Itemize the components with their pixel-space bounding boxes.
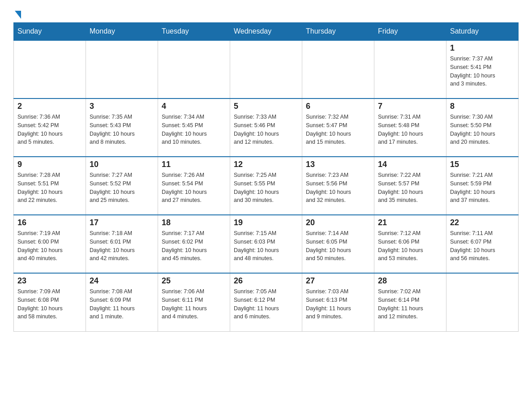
day-of-week-header: Tuesday (158, 23, 230, 41)
day-info: Sunrise: 7:35 AM Sunset: 5:43 PM Dayligh… (90, 113, 154, 146)
day-info: Sunrise: 7:33 AM Sunset: 5:46 PM Dayligh… (234, 113, 298, 146)
day-number: 16 (17, 218, 82, 227)
calendar-cell: 6Sunrise: 7:32 AM Sunset: 5:47 PM Daylig… (302, 98, 374, 157)
calendar-header-row: SundayMondayTuesdayWednesdayThursdayFrid… (14, 23, 519, 41)
calendar-cell: 10Sunrise: 7:27 AM Sunset: 5:52 PM Dayli… (86, 157, 158, 215)
calendar-cell: 19Sunrise: 7:15 AM Sunset: 6:03 PM Dayli… (230, 215, 302, 273)
calendar-cell: 24Sunrise: 7:08 AM Sunset: 6:09 PM Dayli… (86, 273, 158, 331)
calendar-cell: 7Sunrise: 7:31 AM Sunset: 5:48 PM Daylig… (374, 98, 446, 157)
day-info: Sunrise: 7:11 AM Sunset: 6:07 PM Dayligh… (450, 229, 515, 263)
day-info: Sunrise: 7:31 AM Sunset: 5:48 PM Dayligh… (378, 113, 442, 146)
day-number: 12 (234, 160, 298, 169)
day-of-week-header: Friday (374, 23, 446, 41)
calendar-cell (14, 40, 86, 98)
day-info: Sunrise: 7:32 AM Sunset: 5:47 PM Dayligh… (306, 113, 370, 146)
day-info: Sunrise: 7:03 AM Sunset: 6:13 PM Dayligh… (306, 287, 370, 321)
day-info: Sunrise: 7:19 AM Sunset: 6:00 PM Dayligh… (17, 229, 82, 263)
calendar-table: SundayMondayTuesdayWednesdayThursdayFrid… (13, 22, 519, 332)
day-number: 17 (90, 218, 154, 227)
calendar-cell (158, 40, 230, 98)
calendar-cell (302, 40, 374, 98)
calendar-cell: 27Sunrise: 7:03 AM Sunset: 6:13 PM Dayli… (302, 273, 374, 331)
day-number: 25 (162, 276, 226, 286)
calendar-cell: 16Sunrise: 7:19 AM Sunset: 6:00 PM Dayli… (14, 215, 86, 273)
logo (13, 9, 21, 18)
day-info: Sunrise: 7:26 AM Sunset: 5:54 PM Dayligh… (162, 171, 226, 205)
day-number: 21 (378, 218, 442, 227)
calendar-cell (86, 40, 158, 98)
day-info: Sunrise: 7:15 AM Sunset: 6:03 PM Dayligh… (234, 229, 298, 263)
day-info: Sunrise: 7:18 AM Sunset: 6:01 PM Dayligh… (90, 229, 154, 263)
day-of-week-header: Wednesday (230, 23, 302, 41)
calendar-cell: 28Sunrise: 7:02 AM Sunset: 6:14 PM Dayli… (374, 273, 446, 331)
day-number: 15 (450, 160, 515, 169)
calendar-cell (374, 40, 446, 98)
calendar-cell: 13Sunrise: 7:23 AM Sunset: 5:56 PM Dayli… (302, 157, 374, 215)
day-info: Sunrise: 7:37 AM Sunset: 5:41 PM Dayligh… (450, 55, 515, 88)
day-number: 2 (17, 102, 82, 111)
day-info: Sunrise: 7:14 AM Sunset: 6:05 PM Dayligh… (306, 229, 370, 263)
day-info: Sunrise: 7:36 AM Sunset: 5:42 PM Dayligh… (17, 113, 82, 146)
day-info: Sunrise: 7:25 AM Sunset: 5:55 PM Dayligh… (234, 171, 298, 205)
day-number: 14 (378, 160, 442, 169)
day-number: 22 (450, 218, 515, 227)
calendar-cell: 12Sunrise: 7:25 AM Sunset: 5:55 PM Dayli… (230, 157, 302, 215)
page-header (13, 9, 519, 18)
calendar-cell (446, 273, 519, 331)
day-number: 3 (90, 102, 154, 111)
day-number: 1 (450, 43, 515, 53)
logo-arrow-icon (15, 11, 21, 19)
day-number: 6 (306, 102, 370, 111)
calendar-cell: 4Sunrise: 7:34 AM Sunset: 5:45 PM Daylig… (158, 98, 230, 157)
day-number: 11 (162, 160, 226, 169)
day-number: 4 (162, 102, 226, 111)
day-number: 13 (306, 160, 370, 169)
day-number: 5 (234, 102, 298, 111)
day-of-week-header: Monday (86, 23, 158, 41)
day-number: 18 (162, 218, 226, 227)
day-info: Sunrise: 7:06 AM Sunset: 6:11 PM Dayligh… (162, 287, 226, 321)
calendar-cell: 26Sunrise: 7:05 AM Sunset: 6:12 PM Dayli… (230, 273, 302, 331)
calendar-cell: 22Sunrise: 7:11 AM Sunset: 6:07 PM Dayli… (446, 215, 519, 273)
day-number: 28 (378, 276, 442, 286)
day-info: Sunrise: 7:08 AM Sunset: 6:09 PM Dayligh… (90, 287, 154, 321)
day-info: Sunrise: 7:21 AM Sunset: 5:59 PM Dayligh… (450, 171, 515, 205)
day-info: Sunrise: 7:23 AM Sunset: 5:56 PM Dayligh… (306, 171, 370, 205)
day-number: 10 (90, 160, 154, 169)
calendar-cell: 2Sunrise: 7:36 AM Sunset: 5:42 PM Daylig… (14, 98, 86, 157)
calendar-cell: 20Sunrise: 7:14 AM Sunset: 6:05 PM Dayli… (302, 215, 374, 273)
day-info: Sunrise: 7:09 AM Sunset: 6:08 PM Dayligh… (17, 287, 82, 321)
calendar-cell: 1Sunrise: 7:37 AM Sunset: 5:41 PM Daylig… (446, 40, 519, 98)
calendar-week-row: 16Sunrise: 7:19 AM Sunset: 6:00 PM Dayli… (14, 215, 519, 273)
day-info: Sunrise: 7:30 AM Sunset: 5:50 PM Dayligh… (450, 113, 515, 146)
day-info: Sunrise: 7:27 AM Sunset: 5:52 PM Dayligh… (90, 171, 154, 205)
calendar-cell: 14Sunrise: 7:22 AM Sunset: 5:57 PM Dayli… (374, 157, 446, 215)
day-number: 7 (378, 102, 442, 111)
day-number: 9 (17, 160, 82, 169)
calendar-cell: 8Sunrise: 7:30 AM Sunset: 5:50 PM Daylig… (446, 98, 519, 157)
day-number: 27 (306, 276, 370, 286)
day-number: 23 (17, 276, 82, 286)
calendar-week-row: 9Sunrise: 7:28 AM Sunset: 5:51 PM Daylig… (14, 157, 519, 215)
calendar-week-row: 23Sunrise: 7:09 AM Sunset: 6:08 PM Dayli… (14, 273, 519, 331)
calendar-cell: 18Sunrise: 7:17 AM Sunset: 6:02 PM Dayli… (158, 215, 230, 273)
day-info: Sunrise: 7:02 AM Sunset: 6:14 PM Dayligh… (378, 287, 442, 321)
day-info: Sunrise: 7:28 AM Sunset: 5:51 PM Dayligh… (17, 171, 82, 205)
calendar-cell: 9Sunrise: 7:28 AM Sunset: 5:51 PM Daylig… (14, 157, 86, 215)
calendar-week-row: 1Sunrise: 7:37 AM Sunset: 5:41 PM Daylig… (14, 40, 519, 98)
calendar-cell: 21Sunrise: 7:12 AM Sunset: 6:06 PM Dayli… (374, 215, 446, 273)
day-number: 20 (306, 218, 370, 227)
day-number: 26 (234, 276, 298, 286)
day-number: 8 (450, 102, 515, 111)
day-of-week-header: Saturday (446, 23, 519, 41)
calendar-cell: 17Sunrise: 7:18 AM Sunset: 6:01 PM Dayli… (86, 215, 158, 273)
calendar-cell: 15Sunrise: 7:21 AM Sunset: 5:59 PM Dayli… (446, 157, 519, 215)
calendar-cell: 23Sunrise: 7:09 AM Sunset: 6:08 PM Dayli… (14, 273, 86, 331)
calendar-cell (230, 40, 302, 98)
day-info: Sunrise: 7:22 AM Sunset: 5:57 PM Dayligh… (378, 171, 442, 205)
day-number: 19 (234, 218, 298, 227)
day-info: Sunrise: 7:34 AM Sunset: 5:45 PM Dayligh… (162, 113, 226, 146)
day-number: 24 (90, 276, 154, 286)
day-info: Sunrise: 7:12 AM Sunset: 6:06 PM Dayligh… (378, 229, 442, 263)
day-info: Sunrise: 7:05 AM Sunset: 6:12 PM Dayligh… (234, 287, 298, 321)
